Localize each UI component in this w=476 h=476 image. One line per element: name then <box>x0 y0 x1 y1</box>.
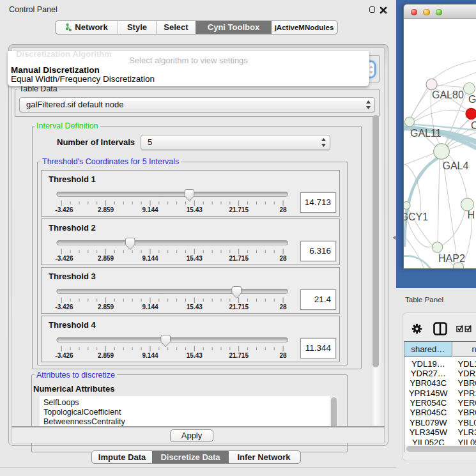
svg-text:2.859: 2.859 <box>98 352 114 359</box>
svg-text:9.144: 9.144 <box>142 352 158 359</box>
svg-text:9.144: 9.144 <box>142 206 158 213</box>
svg-text:21.715: 21.715 <box>229 352 249 359</box>
svg-text:9.144: 9.144 <box>142 303 158 311</box>
svg-text:GA: GA <box>468 93 476 104</box>
svg-text:28: 28 <box>280 206 288 213</box>
svg-text:15.43: 15.43 <box>187 206 203 213</box>
svg-text:GAL80: GAL80 <box>432 89 464 100</box>
svg-text:21.715: 21.715 <box>229 303 249 311</box>
svg-text:9.144: 9.144 <box>142 255 158 262</box>
svg-text:CD: CD <box>471 119 476 130</box>
svg-text:21.715: 21.715 <box>229 206 249 213</box>
svg-text:2.859: 2.859 <box>98 303 114 311</box>
svg-text:2.859: 2.859 <box>98 255 114 262</box>
svg-text:-3.426: -3.426 <box>55 352 73 359</box>
svg-text:HAP2: HAP2 <box>438 252 465 263</box>
svg-text:28: 28 <box>280 352 288 359</box>
svg-text:-3.426: -3.426 <box>55 206 73 213</box>
svg-text:GAL4: GAL4 <box>443 160 469 171</box>
svg-text:H: H <box>468 210 475 220</box>
svg-text:21.715: 21.715 <box>229 255 249 262</box>
svg-text:28: 28 <box>280 303 288 311</box>
svg-text:28: 28 <box>280 255 288 262</box>
svg-text:-3.426: -3.426 <box>55 303 73 311</box>
svg-text:GAL11: GAL11 <box>410 127 441 138</box>
svg-text:2.859: 2.859 <box>98 206 114 213</box>
svg-text:GCY1: GCY1 <box>404 211 428 222</box>
svg-text:15.43: 15.43 <box>187 352 203 359</box>
svg-text:15.43: 15.43 <box>187 303 203 311</box>
svg-text:-3.426: -3.426 <box>55 255 73 262</box>
svg-text:15.43: 15.43 <box>187 255 203 262</box>
